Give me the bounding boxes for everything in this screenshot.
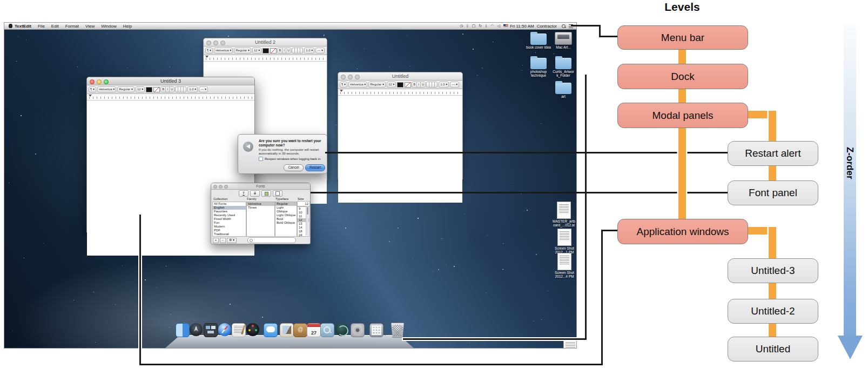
dock-icon-textedit[interactable] <box>232 323 246 337</box>
background-color-well[interactable] <box>270 48 277 53</box>
close-button[interactable] <box>90 79 95 84</box>
line-spacing-menu[interactable]: 1.0 ▾ <box>439 82 449 88</box>
close-button[interactable] <box>341 75 346 79</box>
font-family-menu[interactable]: Helvetica ▾ <box>97 86 116 92</box>
dock-icon-calendar[interactable]: 27 <box>307 323 321 337</box>
line-spacing-menu[interactable]: 1.0 ▾ <box>187 86 198 92</box>
fonts-panel[interactable]: Fonts T T Collection Family Typeface Siz… <box>211 183 311 244</box>
list-item[interactable]: Light <box>275 206 297 210</box>
scroll-thumb[interactable] <box>307 207 308 215</box>
styles-menu[interactable]: ¶ ▾ <box>89 86 96 92</box>
font-size-menu[interactable]: 12 ▾ <box>136 86 145 92</box>
bluetooth-icon[interactable]: ᛒ <box>466 24 468 28</box>
list-item-selected[interactable]: Regular <box>275 202 297 206</box>
desktop-icon-book-cover-idea[interactable]: book cover idea <box>524 31 553 49</box>
window-untitled[interactable]: Untitled ¶ ▾ Helvetica ▾ Regular ▾ 12 ▾ … <box>338 72 463 180</box>
spotlight-icon[interactable] <box>562 24 566 28</box>
zoom-button[interactable] <box>104 79 109 84</box>
desktop-icon-master-artboard[interactable]: MASTER_artb oard_...012.ai <box>550 202 576 227</box>
wifi-icon[interactable]: ◠ <box>490 24 494 28</box>
list-item-selected[interactable]: English <box>213 206 246 210</box>
font-family-menu[interactable]: Helvetica ▾ <box>348 82 367 88</box>
font-size-menu[interactable]: 12 ▾ <box>387 82 396 88</box>
list-item[interactable]: Modern <box>213 225 246 229</box>
align-right-button[interactable] <box>434 82 438 88</box>
styles-menu[interactable]: ¶ ▾ <box>205 48 213 53</box>
dock-icon-launchpad[interactable] <box>190 323 203 336</box>
background-color-well[interactable] <box>405 82 411 88</box>
list-menu[interactable]: — ▾ <box>315 48 325 53</box>
underline-button[interactable]: U <box>420 82 426 88</box>
desktop-icon-art[interactable]: art <box>549 81 576 98</box>
styles-menu[interactable]: ¶ ▾ <box>340 82 347 88</box>
list-item[interactable]: Favorites <box>213 210 246 213</box>
apple-menu-icon[interactable] <box>9 24 12 28</box>
reopen-windows-option[interactable]: Reopen windows when logging back in <box>259 157 320 161</box>
title-bar[interactable]: Untitled 2 <box>204 38 327 46</box>
list-item[interactable]: Traditional <box>213 232 246 236</box>
add-collection-button[interactable]: + <box>213 238 219 243</box>
font-style-menu[interactable]: Regular ▾ <box>368 82 386 88</box>
underline-button[interactable]: U <box>169 86 174 92</box>
cancel-button[interactable]: Cancel <box>284 164 304 171</box>
checkbox-icon[interactable] <box>259 157 263 161</box>
dock-icon-system-preferences[interactable] <box>351 323 365 337</box>
menu-format[interactable]: Format <box>65 24 79 29</box>
list-item[interactable]: Recently Used <box>213 213 246 217</box>
bluetooth-icon[interactable]: ᛒ <box>485 24 487 28</box>
align-right-button[interactable] <box>300 48 303 53</box>
minimize-button[interactable] <box>97 79 102 84</box>
ruler[interactable] <box>338 89 462 96</box>
list-item[interactable]: Bold <box>275 217 297 221</box>
dock-icon-safari[interactable] <box>218 323 231 336</box>
size-scrollbar[interactable] <box>306 206 308 236</box>
minimize-button[interactable] <box>213 41 218 45</box>
sync-icon[interactable]: ↻ <box>479 24 482 28</box>
dock-icon-contacts[interactable]: @ <box>293 323 307 337</box>
background-color-well[interactable] <box>153 87 160 92</box>
list-item[interactable]: Fixed Width <box>213 217 246 221</box>
desktop-icon-photoshop-technique[interactable]: photoshop technique <box>524 56 553 77</box>
menu-help[interactable]: Help <box>123 24 132 29</box>
font-style-menu[interactable]: Regular ▾ <box>234 48 251 53</box>
strikethrough-effect-button[interactable]: T <box>250 190 260 197</box>
remove-collection-button[interactable]: − <box>220 238 226 243</box>
zoom-button[interactable] <box>224 185 228 189</box>
volume-icon[interactable]: ◁ <box>497 24 500 28</box>
dock-icon-preview[interactable] <box>320 323 334 337</box>
list-item-selected[interactable]: Helvetica <box>247 202 274 206</box>
title-bar[interactable]: Untitled 3 <box>87 77 254 85</box>
menu-window[interactable]: Window <box>101 24 116 29</box>
list-item[interactable]: Light Oblique <box>275 213 297 217</box>
desktop-icon-screenshot-4pm[interactable]: Screen Shot 2012...4 PM <box>550 253 576 278</box>
font-style-menu[interactable]: Regular ▾ <box>117 86 134 92</box>
underline-button[interactable]: U <box>286 48 291 53</box>
dock-icon-finder[interactable] <box>176 323 190 337</box>
close-button[interactable] <box>206 41 211 45</box>
family-list[interactable]: Helvetica Times <box>246 202 275 237</box>
dock-icon-trash[interactable] <box>390 323 405 338</box>
desktop-icon-screenshot-1pm[interactable]: Screen Shot 2012...1 PM <box>550 229 576 254</box>
menu-edit[interactable]: Edit <box>51 24 59 29</box>
collection-list[interactable]: All Fonts English Favorites Recently Use… <box>212 202 246 237</box>
list-item[interactable]: PDF <box>213 229 246 232</box>
list-menu[interactable]: — ▾ <box>199 86 208 92</box>
font-family-menu[interactable]: Helvetica ▾ <box>214 48 233 53</box>
menu-view[interactable]: View <box>85 24 95 29</box>
align-right-button[interactable] <box>183 86 186 92</box>
dock-icon-calculator[interactable] <box>369 323 383 337</box>
dock-icon-mission-control[interactable] <box>204 323 218 337</box>
desktop-icon-mac-art[interactable]: Mac Art... <box>549 30 576 49</box>
menu-bar-user[interactable]: Contractor <box>537 24 557 29</box>
list-menu[interactable]: — ▾ <box>450 82 459 88</box>
text-color-button[interactable] <box>261 190 271 197</box>
close-button[interactable] <box>213 185 217 189</box>
search-input[interactable] <box>247 237 296 243</box>
menu-file[interactable]: File <box>38 24 45 29</box>
list-item[interactable]: Bold Oblique <box>275 221 297 225</box>
ruler[interactable] <box>204 55 327 62</box>
title-bar[interactable]: Untitled <box>338 72 462 81</box>
text-color-well[interactable] <box>146 87 152 92</box>
dock-icon-messages[interactable] <box>264 323 278 337</box>
dock-icon-dashboard[interactable] <box>246 323 259 336</box>
